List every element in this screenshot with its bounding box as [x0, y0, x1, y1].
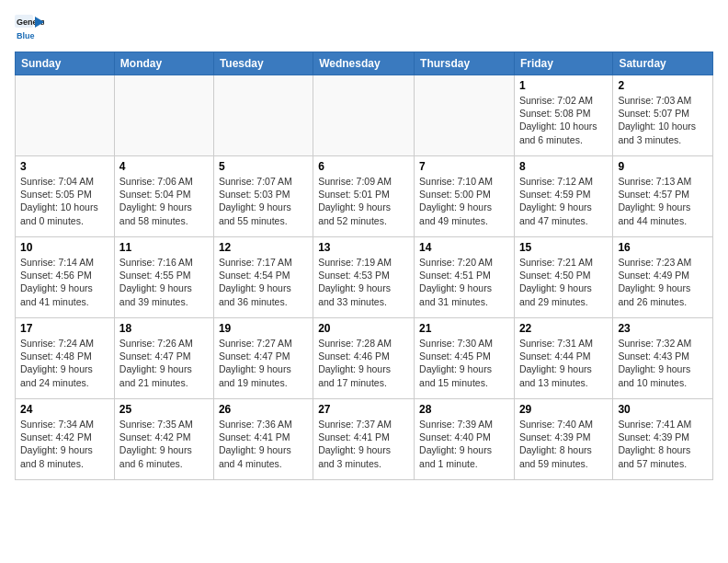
calendar-cell: 10Sunrise: 7:14 AM Sunset: 4:56 PM Dayli… — [16, 237, 115, 318]
day-info: Sunrise: 7:28 AM Sunset: 4:46 PM Dayligh… — [318, 337, 409, 389]
calendar-cell: 29Sunrise: 7:40 AM Sunset: 4:39 PM Dayli… — [514, 399, 612, 480]
day-number: 3 — [20, 160, 109, 173]
weekday-header: Sunday — [16, 52, 115, 75]
calendar-cell — [313, 75, 415, 156]
day-info: Sunrise: 7:39 AM Sunset: 4:40 PM Dayligh… — [419, 418, 509, 470]
calendar-cell: 26Sunrise: 7:36 AM Sunset: 4:41 PM Dayli… — [213, 399, 313, 480]
calendar-cell: 18Sunrise: 7:26 AM Sunset: 4:47 PM Dayli… — [114, 318, 213, 399]
day-info: Sunrise: 7:17 AM Sunset: 4:54 PM Dayligh… — [219, 256, 308, 308]
day-number: 6 — [318, 160, 409, 173]
logo: General Blue — [15, 15, 44, 44]
calendar-cell: 16Sunrise: 7:23 AM Sunset: 4:49 PM Dayli… — [613, 237, 713, 318]
day-number: 13 — [318, 241, 409, 254]
day-info: Sunrise: 7:07 AM Sunset: 5:03 PM Dayligh… — [219, 175, 308, 227]
day-info: Sunrise: 7:03 AM Sunset: 5:07 PM Dayligh… — [618, 94, 708, 146]
logo-icon: General Blue — [15, 15, 44, 44]
day-info: Sunrise: 7:20 AM Sunset: 4:51 PM Dayligh… — [419, 256, 509, 308]
calendar-cell: 3Sunrise: 7:04 AM Sunset: 5:05 PM Daylig… — [16, 156, 115, 237]
day-number: 5 — [219, 160, 308, 173]
calendar-cell: 6Sunrise: 7:09 AM Sunset: 5:01 PM Daylig… — [313, 156, 415, 237]
calendar-cell: 11Sunrise: 7:16 AM Sunset: 4:55 PM Dayli… — [114, 237, 213, 318]
calendar-cell: 30Sunrise: 7:41 AM Sunset: 4:39 PM Dayli… — [613, 399, 713, 480]
day-number: 4 — [119, 160, 209, 173]
day-number: 2 — [618, 79, 708, 92]
calendar-cell: 1Sunrise: 7:02 AM Sunset: 5:08 PM Daylig… — [514, 75, 612, 156]
calendar-cell: 9Sunrise: 7:13 AM Sunset: 4:57 PM Daylig… — [613, 156, 713, 237]
weekday-header: Friday — [514, 52, 612, 75]
calendar-cell: 17Sunrise: 7:24 AM Sunset: 4:48 PM Dayli… — [16, 318, 115, 399]
day-info: Sunrise: 7:37 AM Sunset: 4:41 PM Dayligh… — [318, 418, 409, 470]
day-number: 12 — [219, 241, 308, 254]
calendar-cell — [114, 75, 213, 156]
day-info: Sunrise: 7:41 AM Sunset: 4:39 PM Dayligh… — [618, 418, 708, 470]
weekday-header-row: SundayMondayTuesdayWednesdayThursdayFrid… — [16, 52, 713, 75]
calendar-cell: 2Sunrise: 7:03 AM Sunset: 5:07 PM Daylig… — [613, 75, 713, 156]
weekday-header: Tuesday — [213, 52, 313, 75]
day-number: 16 — [618, 241, 708, 254]
day-info: Sunrise: 7:23 AM Sunset: 4:49 PM Dayligh… — [618, 256, 708, 308]
day-info: Sunrise: 7:19 AM Sunset: 4:53 PM Dayligh… — [318, 256, 409, 308]
day-number: 25 — [119, 403, 209, 416]
day-number: 21 — [419, 322, 509, 335]
day-number: 19 — [219, 322, 308, 335]
day-info: Sunrise: 7:26 AM Sunset: 4:47 PM Dayligh… — [119, 337, 209, 389]
day-number: 11 — [119, 241, 209, 254]
day-info: Sunrise: 7:16 AM Sunset: 4:55 PM Dayligh… — [119, 256, 209, 308]
calendar-table: SundayMondayTuesdayWednesdayThursdayFrid… — [15, 52, 713, 480]
calendar-week-row: 3Sunrise: 7:04 AM Sunset: 5:05 PM Daylig… — [16, 156, 713, 237]
day-info: Sunrise: 7:12 AM Sunset: 4:59 PM Dayligh… — [519, 175, 608, 227]
day-number: 9 — [618, 160, 708, 173]
day-info: Sunrise: 7:30 AM Sunset: 4:45 PM Dayligh… — [419, 337, 509, 389]
calendar-week-row: 1Sunrise: 7:02 AM Sunset: 5:08 PM Daylig… — [16, 75, 713, 156]
calendar-cell: 8Sunrise: 7:12 AM Sunset: 4:59 PM Daylig… — [514, 156, 612, 237]
day-number: 26 — [219, 403, 308, 416]
day-number: 14 — [419, 241, 509, 254]
day-number: 1 — [519, 79, 608, 92]
day-info: Sunrise: 7:34 AM Sunset: 4:42 PM Dayligh… — [20, 418, 109, 470]
calendar-cell: 15Sunrise: 7:21 AM Sunset: 4:50 PM Dayli… — [514, 237, 612, 318]
page-header: General Blue — [15, 15, 713, 44]
day-info: Sunrise: 7:14 AM Sunset: 4:56 PM Dayligh… — [20, 256, 109, 308]
calendar-cell: 23Sunrise: 7:32 AM Sunset: 4:43 PM Dayli… — [613, 318, 713, 399]
calendar-week-row: 24Sunrise: 7:34 AM Sunset: 4:42 PM Dayli… — [16, 399, 713, 480]
calendar-cell: 12Sunrise: 7:17 AM Sunset: 4:54 PM Dayli… — [213, 237, 313, 318]
day-number: 18 — [119, 322, 209, 335]
calendar-cell: 25Sunrise: 7:35 AM Sunset: 4:42 PM Dayli… — [114, 399, 213, 480]
day-number: 8 — [519, 160, 608, 173]
day-info: Sunrise: 7:13 AM Sunset: 4:57 PM Dayligh… — [618, 175, 708, 227]
calendar-cell: 4Sunrise: 7:06 AM Sunset: 5:04 PM Daylig… — [114, 156, 213, 237]
calendar-cell — [213, 75, 313, 156]
calendar-cell — [16, 75, 115, 156]
day-number: 29 — [519, 403, 608, 416]
day-info: Sunrise: 7:32 AM Sunset: 4:43 PM Dayligh… — [618, 337, 708, 389]
day-info: Sunrise: 7:40 AM Sunset: 4:39 PM Dayligh… — [519, 418, 608, 470]
day-info: Sunrise: 7:02 AM Sunset: 5:08 PM Dayligh… — [519, 94, 608, 146]
day-number: 24 — [20, 403, 109, 416]
calendar-cell: 20Sunrise: 7:28 AM Sunset: 4:46 PM Dayli… — [313, 318, 415, 399]
day-number: 7 — [419, 160, 509, 173]
calendar-cell: 24Sunrise: 7:34 AM Sunset: 4:42 PM Dayli… — [16, 399, 115, 480]
day-info: Sunrise: 7:24 AM Sunset: 4:48 PM Dayligh… — [20, 337, 109, 389]
day-info: Sunrise: 7:31 AM Sunset: 4:44 PM Dayligh… — [519, 337, 608, 389]
day-info: Sunrise: 7:27 AM Sunset: 4:47 PM Dayligh… — [219, 337, 308, 389]
day-number: 30 — [618, 403, 708, 416]
calendar-cell: 22Sunrise: 7:31 AM Sunset: 4:44 PM Dayli… — [514, 318, 612, 399]
calendar-cell: 14Sunrise: 7:20 AM Sunset: 4:51 PM Dayli… — [415, 237, 515, 318]
weekday-header: Wednesday — [313, 52, 415, 75]
calendar-cell: 19Sunrise: 7:27 AM Sunset: 4:47 PM Dayli… — [213, 318, 313, 399]
day-number: 23 — [618, 322, 708, 335]
day-number: 17 — [20, 322, 109, 335]
day-number: 22 — [519, 322, 608, 335]
calendar-week-row: 17Sunrise: 7:24 AM Sunset: 4:48 PM Dayli… — [16, 318, 713, 399]
day-info: Sunrise: 7:09 AM Sunset: 5:01 PM Dayligh… — [318, 175, 409, 227]
calendar-cell: 5Sunrise: 7:07 AM Sunset: 5:03 PM Daylig… — [213, 156, 313, 237]
calendar-body: 1Sunrise: 7:02 AM Sunset: 5:08 PM Daylig… — [16, 75, 713, 480]
day-info: Sunrise: 7:06 AM Sunset: 5:04 PM Dayligh… — [119, 175, 209, 227]
calendar-cell: 7Sunrise: 7:10 AM Sunset: 5:00 PM Daylig… — [415, 156, 515, 237]
day-info: Sunrise: 7:10 AM Sunset: 5:00 PM Dayligh… — [419, 175, 509, 227]
day-number: 20 — [318, 322, 409, 335]
day-number: 10 — [20, 241, 109, 254]
calendar-cell — [415, 75, 515, 156]
day-info: Sunrise: 7:04 AM Sunset: 5:05 PM Dayligh… — [20, 175, 109, 227]
weekday-header: Thursday — [415, 52, 515, 75]
